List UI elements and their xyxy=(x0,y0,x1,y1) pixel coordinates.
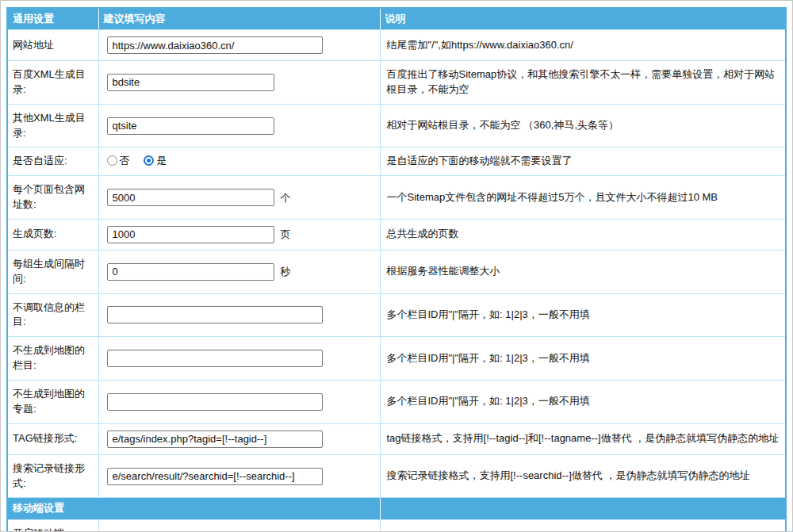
row-desc xyxy=(380,520,786,532)
row-desc: 一个Sitemap文件包含的网址不得超过5万个，且文件大小不得超过10 MB xyxy=(380,176,786,220)
site-url-input[interactable] xyxy=(107,36,323,54)
row-desc: 结尾需加"/",如https://www.daixiao360.cn/ xyxy=(380,30,786,61)
tag-link-format-input[interactable] xyxy=(107,431,323,448)
table-row: 每组生成间隔时间: 秒 根据服务器性能调整大小 xyxy=(7,250,786,293)
other-xml-dir-input[interactable] xyxy=(107,117,274,135)
radio-option-label: 是 xyxy=(156,155,167,166)
pages-count-input[interactable] xyxy=(107,226,274,243)
responsive-radio-no[interactable]: 否 xyxy=(107,155,130,166)
row-desc: 总共生成的页数 xyxy=(380,219,786,250)
row-desc: 搜索记录链接格式，支持用[!--searchid--]做替代 ，是伪静态就填写伪… xyxy=(380,454,786,498)
row-desc: 多个栏目ID用"|"隔开，如: 1|2|3，一般不用填 xyxy=(380,337,786,381)
table-row: 开启移动端sitemap生成 是 否 xyxy=(7,520,786,532)
exclude-map-topics-input[interactable] xyxy=(107,393,323,411)
row-label: 是否自适应: xyxy=(7,147,98,176)
row-label: 生成页数: xyxy=(7,219,98,250)
row-desc: 根据服务器性能调整大小 xyxy=(380,250,786,293)
row-label: 百度XML生成目录: xyxy=(7,61,98,105)
interval-time-input[interactable] xyxy=(107,263,274,281)
row-label: TAG链接形式: xyxy=(7,423,98,454)
table-row: 不调取信息的栏目: 多个栏目ID用"|"隔开，如: 1|2|3，一般不用填 xyxy=(7,293,786,337)
section-title-mobile-settings: 移动端设置 xyxy=(7,498,380,520)
section-title-spacer xyxy=(380,498,786,520)
row-label: 每组生成间隔时间: xyxy=(7,250,98,293)
table-row: TAG链接形式: tag链接格式，支持用[!--tagid--]和[!--tag… xyxy=(7,423,786,454)
row-label: 其他XML生成目录: xyxy=(7,104,98,147)
unit-label: 秒 xyxy=(281,266,291,277)
table-row: 每个页面包含网址数: 个 一个Sitemap文件包含的网址不得超过5万个，且文件… xyxy=(7,176,786,220)
baidu-xml-dir-input[interactable] xyxy=(107,74,274,91)
table-row: 是否自适应: 否 是 是自适应的下面的移动端就不需要设置了 xyxy=(7,147,786,176)
radio-icon[interactable] xyxy=(107,155,117,166)
table-row: 搜索记录链接形式: 搜索记录链接格式，支持用[!--searchid--]做替代… xyxy=(7,454,786,498)
row-desc: 是自适应的下面的移动端就不需要设置了 xyxy=(380,147,786,176)
table-row: 百度XML生成目录: 百度推出了移动Sitemap协议，和其他搜索引擎不太一样，… xyxy=(7,61,786,105)
table-row: 不生成到地图的栏目: 多个栏目ID用"|"隔开，如: 1|2|3，一般不用填 xyxy=(7,337,786,381)
row-desc: 百度推出了移动Sitemap协议，和其他搜索引擎不太一样，需要单独设置，相对于网… xyxy=(380,61,786,105)
search-link-format-input[interactable] xyxy=(107,468,323,485)
exclude-info-columns-input[interactable] xyxy=(107,306,323,323)
row-desc: tag链接格式，支持用[!--tagid--]和[!--tagname--]做替… xyxy=(380,423,786,454)
row-desc: 多个栏目ID用"|"隔开，如: 1|2|3，一般不用填 xyxy=(380,293,786,337)
exclude-map-columns-input[interactable] xyxy=(107,350,323,367)
row-label: 不调取信息的栏目: xyxy=(7,293,98,337)
unit-label: 页 xyxy=(281,228,291,240)
urls-per-page-input[interactable] xyxy=(107,189,274,206)
radio-icon[interactable] xyxy=(144,155,154,166)
row-label: 不生成到地图的栏目: xyxy=(7,337,98,381)
table-row: 网站地址 结尾需加"/",如https://www.daixiao360.cn/ xyxy=(7,30,786,61)
row-desc: 相对于网站根目录，不能为空 （360,神马,头条等） xyxy=(380,104,786,147)
row-label: 每个页面包含网址数: xyxy=(7,176,98,220)
table-header-row: 通用设置 建议填写内容 说明 xyxy=(7,8,786,30)
row-label: 搜索记录链接形式: xyxy=(7,454,98,498)
table-row: 不生成到地图的专题: 多个栏目ID用"|"隔开，如: 1|2|3，一般不用填 xyxy=(7,380,786,423)
row-label: 网站地址 xyxy=(7,30,98,61)
responsive-radio-yes[interactable]: 是 xyxy=(144,155,167,166)
table-row: 生成页数: 页 总共生成的页数 xyxy=(7,219,786,250)
header-general-settings: 通用设置 xyxy=(7,8,98,30)
header-suggested-content: 建议填写内容 xyxy=(98,8,380,30)
row-label: 不生成到地图的专题: xyxy=(7,380,98,423)
table-row: 其他XML生成目录: 相对于网站根目录，不能为空 （360,神马,头条等） xyxy=(7,104,786,147)
sitemap-settings-table: 通用设置 建议填写内容 说明 网站地址 结尾需加"/",如https://www… xyxy=(6,7,787,532)
radio-option-label: 否 xyxy=(120,155,130,166)
page-frame: 通用设置 建议填写内容 说明 网站地址 结尾需加"/",如https://www… xyxy=(0,0,793,532)
row-label: 开启移动端sitemap生成 xyxy=(7,520,98,532)
unit-label: 个 xyxy=(281,192,291,204)
row-desc: 多个栏目ID用"|"隔开，如: 1|2|3，一般不用填 xyxy=(380,380,786,423)
mobile-section-header-row: 移动端设置 xyxy=(7,498,786,520)
header-description: 说明 xyxy=(380,8,786,30)
